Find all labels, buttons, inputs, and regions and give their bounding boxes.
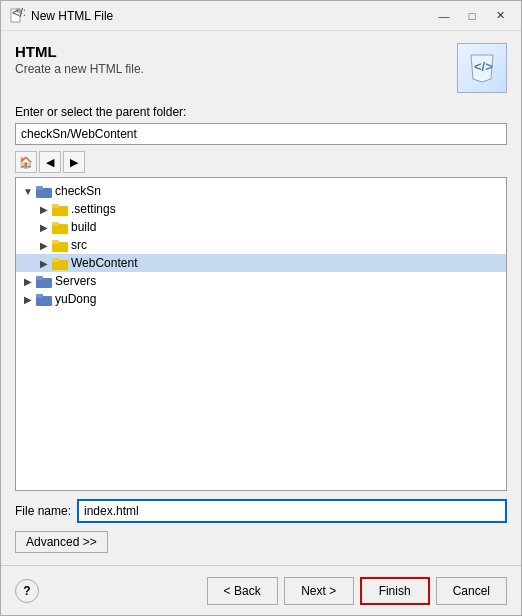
title-bar: </> New HTML File — □ ✕ — [1, 1, 521, 31]
svg-text:</>: </> — [12, 8, 25, 20]
minimize-button[interactable]: — — [431, 5, 457, 27]
window-title: New HTML File — [31, 9, 431, 23]
svg-rect-10 — [52, 222, 59, 226]
dialog-title: HTML — [15, 43, 144, 60]
nav-home-button[interactable]: 🏠 — [15, 151, 37, 173]
tree-item-settings[interactable]: ▶ .settings — [16, 200, 506, 218]
tree-item-src[interactable]: ▶ src — [16, 236, 506, 254]
svg-rect-16 — [36, 276, 43, 280]
nav-forward-button[interactable]: ▶ — [63, 151, 85, 173]
folder-icon-src — [52, 238, 68, 252]
folder-label: Enter or select the parent folder: — [15, 105, 507, 119]
file-name-input[interactable] — [77, 499, 507, 523]
action-buttons: < Back Next > Finish Cancel — [207, 577, 507, 605]
next-button[interactable]: Next > — [284, 577, 354, 605]
dialog-header: HTML Create a new HTML file. </> — [15, 43, 507, 93]
help-button[interactable]: ? — [15, 579, 39, 603]
nav-back-button[interactable]: ◀ — [39, 151, 61, 173]
toggle-settings[interactable]: ▶ — [36, 201, 52, 217]
maximize-button[interactable]: □ — [459, 5, 485, 27]
tree-item-WebContent[interactable]: ▶ WebContent — [16, 254, 506, 272]
project-icon-Servers — [36, 274, 52, 288]
svg-rect-8 — [52, 204, 59, 208]
toggle-src[interactable]: ▶ — [36, 237, 52, 253]
tree-label-src: src — [71, 238, 87, 252]
toggle-yuDong[interactable]: ▶ — [20, 291, 36, 307]
toggle-Servers[interactable]: ▶ — [20, 273, 36, 289]
html-icon: </> — [457, 43, 507, 93]
close-button[interactable]: ✕ — [487, 5, 513, 27]
folder-icon-build — [52, 220, 68, 234]
tree-item-Servers[interactable]: ▶ Servers — [16, 272, 506, 290]
help-section: ? — [15, 579, 39, 603]
window-icon: </> — [9, 8, 25, 24]
file-name-label: File name: — [15, 504, 71, 518]
toggle-checkSn[interactable]: ▼ — [20, 183, 36, 199]
tree-label-Servers: Servers — [55, 274, 96, 288]
toggle-WebContent[interactable]: ▶ — [36, 255, 52, 271]
svg-text:</>: </> — [474, 59, 493, 74]
dialog-content: HTML Create a new HTML file. </> Enter o… — [1, 31, 521, 565]
folder-tree[interactable]: ▼ checkSn ▶ .settings ▶ — [15, 177, 507, 491]
tree-label-build: build — [71, 220, 96, 234]
svg-rect-6 — [36, 186, 43, 190]
file-name-row: File name: — [15, 499, 507, 523]
nav-bar: 🏠 ◀ ▶ — [15, 151, 507, 173]
cancel-button[interactable]: Cancel — [436, 577, 507, 605]
tree-item-build[interactable]: ▶ build — [16, 218, 506, 236]
project-icon-yuDong — [36, 292, 52, 306]
dialog-subtitle: Create a new HTML file. — [15, 62, 144, 76]
toggle-build[interactable]: ▶ — [36, 219, 52, 235]
folder-icon-WebContent — [52, 256, 68, 270]
advanced-section: Advanced >> — [15, 531, 507, 553]
tree-label-WebContent: WebContent — [71, 256, 138, 270]
advanced-button[interactable]: Advanced >> — [15, 531, 108, 553]
bottom-bar: ? < Back Next > Finish Cancel — [1, 565, 521, 615]
folder-icon-settings — [52, 202, 68, 216]
back-button[interactable]: < Back — [207, 577, 278, 605]
svg-rect-14 — [52, 258, 59, 262]
tree-item-yuDong[interactable]: ▶ yuDong — [16, 290, 506, 308]
svg-rect-18 — [36, 294, 43, 298]
tree-label-checkSn: checkSn — [55, 184, 101, 198]
tree-item-checkSn[interactable]: ▼ checkSn — [16, 182, 506, 200]
tree-label-settings: .settings — [71, 202, 116, 216]
parent-folder-input[interactable] — [15, 123, 507, 145]
project-icon-checkSn — [36, 184, 52, 198]
finish-button[interactable]: Finish — [360, 577, 430, 605]
svg-rect-12 — [52, 240, 59, 244]
header-text: HTML Create a new HTML file. — [15, 43, 144, 76]
tree-label-yuDong: yuDong — [55, 292, 96, 306]
window-controls: — □ ✕ — [431, 5, 513, 27]
dialog-window: </> New HTML File — □ ✕ HTML Create a ne… — [0, 0, 522, 616]
